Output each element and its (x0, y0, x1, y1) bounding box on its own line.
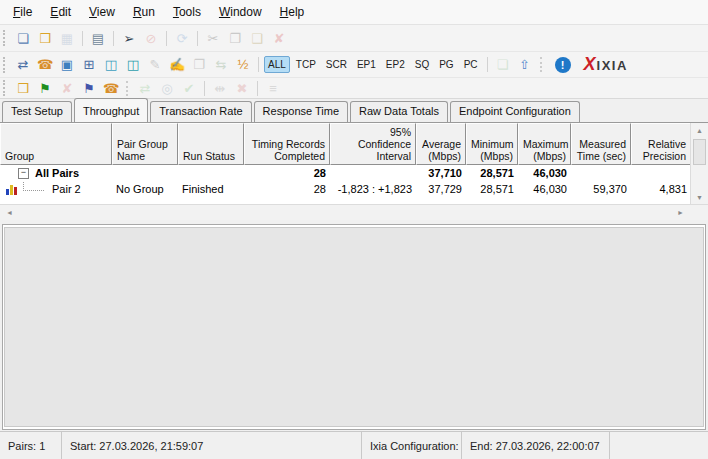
edit-run-options-icon: ✎ (145, 56, 165, 74)
tab-endpoint-configuration[interactable]: Endpoint Configuration (450, 101, 580, 122)
run-test-icon[interactable]: ➢ (119, 29, 139, 47)
results-table-header: GroupPair GroupNameRun StatusTiming Reco… (0, 123, 708, 165)
about-info-icon[interactable]: ! (555, 57, 571, 73)
menu-run[interactable]: Run (124, 2, 164, 22)
column-header-timing-records-completed[interactable]: Timing RecordsCompleted (244, 123, 330, 165)
toolbar-standard: ❏❒▦▤➢⊘⟳✂❐❑✘ (0, 25, 708, 52)
column-header-run-status[interactable]: Run Status (178, 123, 244, 165)
table-scroll-left-icon[interactable]: ◄ (2, 205, 17, 220)
view-results-icon: ◎ (157, 79, 177, 97)
export-results-icon[interactable]: ⇧ (515, 56, 535, 74)
print-icon[interactable]: ▤ (88, 29, 108, 47)
toolbar-separator (126, 81, 130, 96)
column-header-95-confidence-interval[interactable]: 95% ConfidenceInterval (330, 123, 416, 165)
paste-icon: ❑ (247, 29, 267, 47)
table-row-pair-2[interactable]: Pair 2No GroupFinished28-1,823 : +1,8233… (0, 181, 708, 197)
open-test-icon[interactable]: ❒ (35, 29, 55, 47)
cut-icon: ✂ (203, 29, 223, 47)
cell-average-mbps: 37,710 (416, 167, 466, 179)
menu-bar: FileEditViewRunToolsWindowHelp (0, 0, 708, 25)
replicate-pair-icon: ❐ (189, 56, 209, 74)
cell-maximum-mbps: 46,030 (518, 183, 571, 195)
table-scroll-down-icon[interactable]: ▼ (692, 190, 707, 205)
toolbar-separator (258, 57, 259, 72)
edit-pair-icon[interactable]: ✍ (167, 56, 187, 74)
cell-run-status: Finished (178, 183, 244, 195)
cell-timing-records-completed: 28 (244, 183, 330, 195)
results-table-panel: GroupPair GroupNameRun StatusTiming Reco… (0, 122, 708, 220)
view-mode-sq[interactable]: SQ (411, 56, 433, 73)
dial-icon[interactable]: ☎ (101, 79, 121, 97)
throughput-chart-panel: Throughput Mbps 28,00033,00038,00043,000… (2, 224, 706, 430)
new-test-icon[interactable]: ❏ (13, 29, 33, 47)
tab-test-setup[interactable]: Test Setup (2, 101, 72, 122)
column-header-pair-group-name[interactable]: Pair GroupName (112, 123, 178, 165)
tab-response-time[interactable]: Response Time (254, 101, 348, 122)
stop-test-icon: ⊘ (141, 29, 161, 47)
view-mode-all[interactable]: ALL (264, 56, 290, 73)
column-header-relative-precision[interactable]: RelativePrecision (631, 123, 691, 165)
table-vscroll-thumb[interactable] (693, 139, 706, 165)
column-header-group[interactable]: Group (0, 123, 112, 165)
table-horizontal-scrollbar[interactable]: ◄► (0, 204, 708, 220)
application-window: FileEditViewRunToolsWindowHelp ❏❒▦▤➢⊘⟳✂❐… (0, 0, 708, 459)
cell-pair-group-name: No Group (112, 183, 178, 195)
table-row-all-pairs[interactable]: −All Pairs2837,71028,57146,030 (0, 165, 708, 181)
cell-timing-records-completed: 28 (244, 167, 330, 179)
add-voip-pair-icon[interactable]: ☎ (35, 56, 55, 74)
table-scroll-right-icon[interactable]: ► (673, 205, 688, 220)
swap-endpoints-icon: ⇆ (211, 56, 231, 74)
menu-edit[interactable]: Edit (41, 2, 80, 22)
add-hardware-pair-icon[interactable]: ◫ (123, 56, 143, 74)
add-video-pair-icon[interactable]: ▣ (57, 56, 77, 74)
start-test-flag-icon[interactable]: ⚑ (35, 79, 55, 97)
menu-tools[interactable]: Tools (164, 2, 210, 22)
menu-view[interactable]: View (80, 2, 124, 22)
status-end-time: End: 27.03.2026, 22:00:07 (462, 432, 610, 459)
tab-throughput[interactable]: Throughput (74, 98, 148, 122)
poll-endpoints-icon[interactable]: ⚑ (79, 79, 99, 97)
menu-file[interactable]: File (4, 2, 41, 22)
group-pairs-icon: ≡ (263, 79, 283, 97)
status-spacer (610, 432, 708, 459)
cell-maximum-mbps: 46,030 (518, 167, 571, 179)
toolbar-separator (82, 31, 83, 46)
view-mode-ep1[interactable]: EP1 (353, 56, 380, 73)
column-header-measured-time-sec[interactable]: MeasuredTime (sec) (571, 123, 631, 165)
tab-bar: Test SetupThroughputTransaction RateResp… (0, 99, 708, 122)
toolbar-grip (3, 30, 8, 46)
ixia-logo: XIXIA (584, 54, 628, 75)
add-multicast-group-icon[interactable]: ⊞ (79, 56, 99, 74)
view-mode-scr[interactable]: SCR (322, 56, 351, 73)
console-icon[interactable]: ❒ (13, 79, 33, 97)
toolbar-separator (197, 31, 198, 46)
view-mode-tcp[interactable]: TCP (292, 56, 320, 73)
ixia-logo-x-icon: X (584, 54, 596, 75)
collapse-icon[interactable]: − (18, 168, 29, 179)
view-mode-ep2[interactable]: EP2 (382, 56, 409, 73)
tab-raw-data-totals[interactable]: Raw Data Totals (350, 101, 448, 122)
chart-scrollbar-thumb[interactable] (4, 227, 704, 427)
column-header-minimum-mbps[interactable]: Minimum(Mbps) (466, 123, 518, 165)
remove-pairs-icon: ✖ (232, 79, 252, 97)
menu-help[interactable]: Help (271, 2, 314, 22)
table-vertical-scrollbar[interactable]: ▲▼ (690, 123, 708, 205)
renumber-pairs-icon[interactable]: ½ (233, 56, 253, 74)
add-video-multicast-icon[interactable]: ◫ (101, 56, 121, 74)
menu-window[interactable]: Window (210, 2, 271, 22)
cell-group: Pair 2 (0, 182, 112, 196)
cell-95-confidence-interval: -1,823 : +1,823 (330, 183, 416, 195)
table-scroll-up-icon[interactable]: ▲ (692, 123, 707, 138)
toolbar-pairs: ⇄☎▣⊞◫◫✎✍❐⇆½ALLTCPSCREP1EP2SQPGPC❏⇧!XIXIA (0, 52, 708, 78)
toolbar-run: ❒⚑✘⚑☎⇄◎✔⇹✖≡ (0, 78, 708, 99)
cell-minimum-mbps: 28,571 (466, 167, 518, 179)
view-mode-pg[interactable]: PG (435, 56, 457, 73)
tab-transaction-rate[interactable]: Transaction Rate (150, 101, 251, 122)
add-pair-icon[interactable]: ⇄ (13, 56, 33, 74)
column-header-maximum-mbps[interactable]: Maximum(Mbps) (518, 123, 571, 165)
ixia-logo-text: IXIA (597, 58, 628, 73)
cell-average-mbps: 37,729 (416, 183, 466, 195)
column-header-average-mbps[interactable]: Average(Mbps) (416, 123, 466, 165)
abort-test-flag-icon: ✘ (57, 79, 77, 97)
view-mode-pc[interactable]: PC (460, 56, 482, 73)
